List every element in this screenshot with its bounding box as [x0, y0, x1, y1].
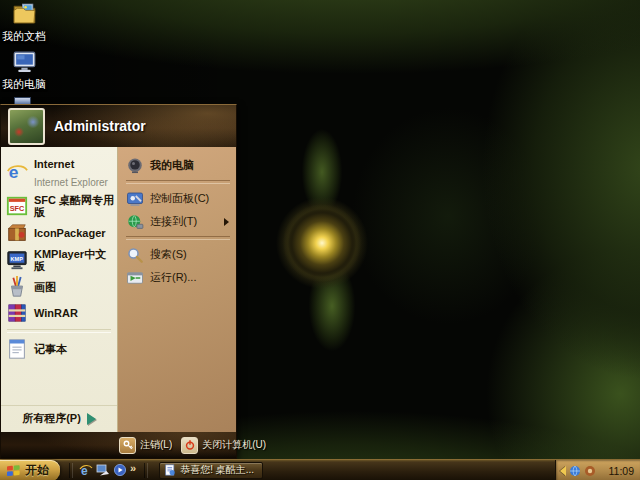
start-menu-header: Administrator [1, 105, 236, 147]
paint-icon [6, 276, 28, 298]
start-button[interactable]: 开始 [0, 460, 60, 480]
menu-item-kmplayer[interactable]: KMP KMPlayer中文版 [1, 246, 117, 274]
menu-item-label: 搜索(S) [150, 247, 187, 262]
menu-item-iconpackager[interactable]: IconPackager [1, 220, 117, 246]
menu-item-sfc[interactable]: SFC SFC 桌酷网专用版 [1, 192, 117, 220]
shut-down-button[interactable]: 关闭计算机(U) [181, 437, 266, 454]
menu-item-my-computer[interactable]: 我的电脑 [124, 154, 232, 177]
log-off-button[interactable]: 注销(L) [119, 437, 172, 454]
sfc-text: SFC [10, 204, 25, 213]
submenu-arrow-icon [224, 218, 229, 226]
menu-divider [7, 329, 111, 333]
task-button[interactable]: 恭喜您! 桌酷主... [159, 462, 263, 479]
log-off-label: 注销(L) [140, 438, 172, 452]
user-avatar [8, 108, 45, 145]
menu-item-label: WinRAR [34, 307, 78, 319]
start-menu-body: e Internet Internet Explorer [1, 147, 236, 432]
my-computer-icon [126, 157, 144, 175]
sfc-icon: SFC [6, 195, 28, 217]
tray-clock[interactable]: 11:09 [609, 465, 635, 477]
menu-item-run[interactable]: 运行(R)... [124, 266, 232, 289]
menu-item-winrar[interactable]: WinRAR [1, 300, 117, 326]
tray-network-icon[interactable] [569, 465, 581, 477]
internet-explorer-icon: e [6, 161, 28, 183]
menu-item-notepad[interactable]: 记事本 [1, 336, 117, 362]
system-tray: 11:09 [555, 460, 640, 480]
iconpackager-icon [6, 222, 28, 244]
menu-item-internet[interactable]: e Internet Internet Explorer [1, 152, 117, 192]
search-icon [126, 246, 144, 264]
menu-item-label: 连接到(T) [150, 214, 197, 229]
menu-item-label: IconPackager [34, 227, 106, 239]
menu-item-text: Internet Internet Explorer [34, 154, 108, 190]
start-button-label: 开始 [25, 462, 49, 479]
task-button-label: 恭喜您! 桌酷主... [180, 463, 254, 477]
all-programs-button[interactable]: 所有程序(P) [1, 405, 117, 432]
winrar-icon [6, 302, 28, 324]
menu-item-label: SFC 桌酷网专用版 [34, 194, 115, 218]
menu-item-sublabel: Internet Explorer [34, 177, 108, 188]
menu-item-label: Internet [34, 158, 74, 170]
quick-launch-show-desktop-icon[interactable] [96, 463, 110, 477]
kmplayer-icon: KMP [6, 249, 28, 271]
user-name: Administrator [54, 118, 146, 134]
desktop: 我的文档 我的电脑 Administrator [0, 0, 640, 480]
menu-item-label: 运行(R)... [150, 270, 196, 285]
menu-item-label: 控制面板(C) [150, 191, 209, 206]
menu-item-connect-to[interactable]: 连接到(T) [124, 210, 232, 233]
menu-item-label: 记事本 [34, 343, 67, 355]
menu-divider [126, 236, 230, 240]
log-off-key-icon [119, 437, 136, 454]
my-documents-icon [12, 1, 37, 26]
taskbar-separator [69, 463, 73, 478]
desktop-icon-label: 我的文档 [0, 31, 56, 42]
menu-item-label: 我的电脑 [150, 158, 194, 173]
start-menu-footer: 注销(L) 关闭计算机(U) [1, 432, 236, 458]
menu-item-label: KMPlayer中文版 [34, 248, 115, 272]
desktop-icon-my-documents[interactable]: 我的文档 [0, 1, 56, 42]
tray-app-icon[interactable] [584, 465, 596, 477]
kmp-text: KMP [11, 256, 24, 262]
power-icon [181, 437, 198, 454]
menu-divider [126, 180, 230, 184]
menu-item-paint[interactable]: 画图 [1, 274, 117, 300]
notepad-icon [6, 338, 28, 360]
menu-item-label: 画图 [34, 281, 56, 293]
taskbar-separator [144, 463, 148, 478]
menu-item-search[interactable]: 搜索(S) [124, 243, 232, 266]
all-programs-arrow-icon [87, 413, 96, 425]
taskbar: 开始 e » [0, 459, 640, 480]
start-menu-left-column: e Internet Internet Explorer [1, 147, 118, 432]
quick-launch-overflow-chevron[interactable]: » [130, 463, 136, 473]
tray-expand-chevron-icon[interactable] [560, 466, 566, 476]
quick-launch-ie-icon[interactable]: e [79, 463, 93, 477]
desktop-icon-label: 我的电脑 [0, 79, 56, 90]
shut-down-label: 关闭计算机(U) [202, 438, 266, 452]
quick-launch-player-icon[interactable] [113, 463, 127, 477]
control-panel-icon [126, 190, 144, 208]
all-programs-label: 所有程序(P) [22, 411, 81, 426]
quick-launch-bar: e » [66, 463, 155, 478]
run-icon [126, 269, 144, 287]
windows-logo-icon [6, 464, 21, 477]
my-computer-icon [12, 49, 37, 74]
start-menu: Administrator e Internet Internet Explor… [0, 104, 237, 459]
connect-to-icon [126, 213, 144, 231]
start-menu-right-column: 我的电脑 控制面板(C) [118, 147, 236, 432]
menu-item-control-panel[interactable]: 控制面板(C) [124, 187, 232, 210]
task-window-icon [164, 464, 176, 476]
desktop-icon-my-computer[interactable]: 我的电脑 [0, 49, 56, 90]
